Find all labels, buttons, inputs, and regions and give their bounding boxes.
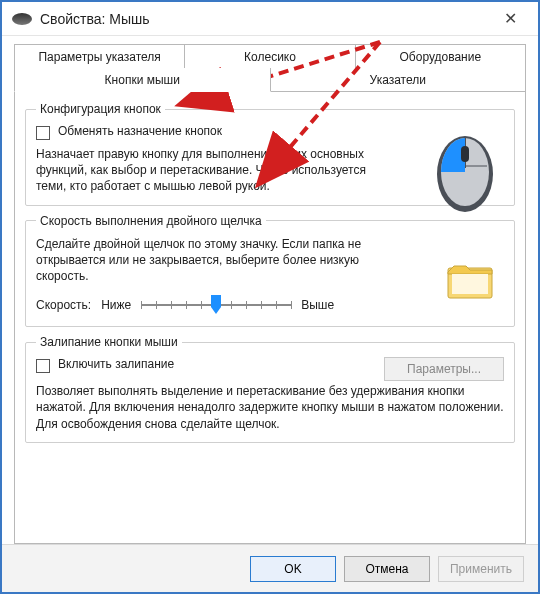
double-click-speed-slider[interactable] (141, 294, 291, 316)
svg-rect-2 (461, 146, 469, 162)
group-double-click-legend: Скорость выполнения двойного щелчка (36, 214, 266, 228)
window-title: Свойства: Мышь (40, 11, 490, 27)
tab-pointers[interactable]: Указатели (270, 68, 527, 92)
apply-button: Применить (438, 556, 524, 582)
content-area: Параметры указателя Колесико Оборудовани… (2, 36, 538, 544)
tab-buttons[interactable]: Кнопки мыши (14, 68, 271, 92)
group-double-click: Скорость выполнения двойного щелчка Сдел… (25, 214, 515, 328)
group-button-config: Конфигурация кнопок Обменять назначение … (25, 102, 515, 206)
clicklock-settings-button: Параметры... (384, 357, 504, 381)
speed-slow-label: Ниже (101, 298, 131, 312)
close-button[interactable]: ✕ (490, 2, 530, 35)
ok-button[interactable]: OK (250, 556, 336, 582)
tab-hardware[interactable]: Оборудование (355, 44, 526, 68)
tab-pointer-options[interactable]: Параметры указателя (14, 44, 185, 68)
group-button-config-legend: Конфигурация кнопок (36, 102, 165, 116)
tab-wheel[interactable]: Колесико (184, 44, 355, 68)
speed-row: Скорость: Ниже Выше (36, 294, 504, 316)
dialog-footer: OK Отмена Применить (2, 544, 538, 592)
cancel-button[interactable]: Отмена (344, 556, 430, 582)
speed-fast-label: Выше (301, 298, 334, 312)
group-clicklock-legend: Залипание кнопки мыши (36, 335, 182, 349)
mouse-properties-dialog: Свойства: Мышь ✕ Параметры указателя Кол… (0, 0, 540, 594)
tab-panel-buttons: Конфигурация кнопок Обменять назначение … (14, 92, 526, 544)
swap-buttons-checkbox[interactable] (36, 126, 50, 140)
clicklock-checkbox[interactable] (36, 359, 50, 373)
clicklock-desc: Позволяет выполнять выделение и перетаск… (36, 383, 504, 432)
slider-thumb[interactable] (210, 295, 222, 315)
speed-label: Скорость: (36, 298, 91, 312)
group-clicklock: Залипание кнопки мыши Включить залипание… (25, 335, 515, 443)
svg-rect-4 (452, 274, 488, 294)
swap-buttons-desc: Назначает правую кнопку для выполнения т… (36, 146, 376, 195)
tabs: Параметры указателя Колесико Оборудовани… (14, 44, 526, 92)
titlebar: Свойства: Мышь ✕ (2, 2, 538, 36)
mouse-icon (12, 13, 32, 25)
mouse-illustration (430, 124, 500, 214)
double-click-desc: Сделайте двойной щелчок по этому значку.… (36, 236, 396, 285)
swap-buttons-label: Обменять назначение кнопок (58, 124, 222, 138)
clicklock-label: Включить залипание (58, 357, 174, 371)
folder-test-icon[interactable] (446, 258, 496, 302)
